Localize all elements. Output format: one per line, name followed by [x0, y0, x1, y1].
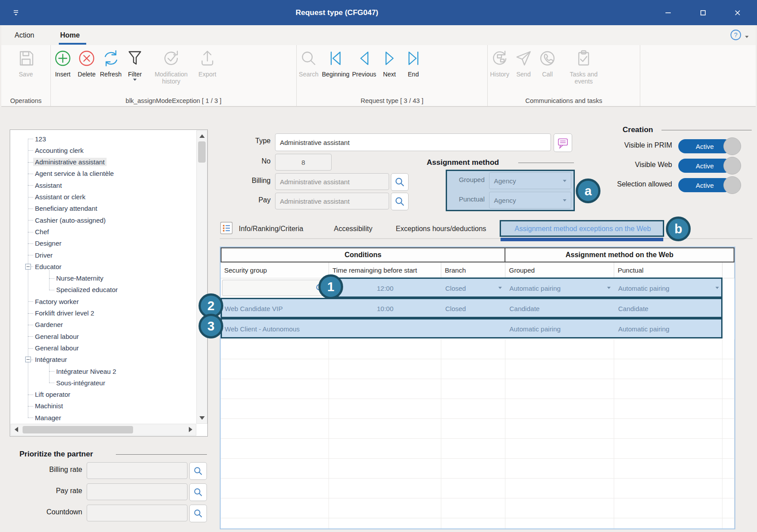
column-header-time-remainging-before-start[interactable]: Time remainging before start	[329, 262, 441, 278]
cell-security-group[interactable]: Web Client - Autonomous	[221, 319, 329, 338]
tree-item-manager[interactable]: Manager	[10, 412, 208, 423]
selection-allowed-toggle[interactable]: Active	[678, 178, 741, 193]
tree-item-123[interactable]: 123	[10, 133, 208, 144]
tree-item-lift-operator[interactable]: Lift operator	[10, 389, 208, 400]
tree-item-administrative-assistant[interactable]: Administrative assistant	[10, 156, 208, 168]
tree-horizontal-scrollbar[interactable]	[11, 424, 196, 436]
cell-extra[interactable]	[723, 319, 734, 338]
toggle-knob[interactable]	[723, 137, 741, 155]
tasks-and-events-button[interactable]: Tasks and events	[561, 48, 607, 85]
table-row[interactable]: Web Candidate VIP10:00ClosedCandidateCan…	[221, 299, 734, 318]
tree-item-chef[interactable]: Chef	[10, 226, 208, 237]
countdown-lookup-button[interactable]	[189, 505, 207, 522]
table-row[interactable]: 12:00ClosedAutomatic pairingAutomatic pa…	[221, 278, 734, 298]
tree-item-forklift-driver-level-2[interactable]: Forklift driver level 2	[10, 308, 208, 319]
visible-in-prim-toggle[interactable]: Active	[678, 139, 741, 154]
cell-time-remaining[interactable]: 12:00	[329, 278, 441, 298]
tab-assignment-method-exceptions-on-the-web[interactable]: Assignment method exceptions on the Web	[504, 221, 661, 237]
tree-item-accounting-clerk[interactable]: Accounting clerk	[10, 144, 208, 156]
search-button[interactable]: Search	[298, 48, 319, 78]
table-empty-row[interactable]	[221, 379, 734, 399]
send-button[interactable]: Send	[513, 48, 534, 78]
cell-punctual[interactable]: Automatic pairing	[614, 278, 723, 298]
tab-info-ranking-criteria[interactable]: Info/Ranking/Criteria	[239, 221, 303, 237]
scroll-left-icon[interactable]	[15, 427, 18, 432]
tab-home[interactable]: Home	[60, 29, 80, 42]
tree-item-factory-worker[interactable]: Factory worker	[10, 296, 208, 307]
tree-item-driver[interactable]: Driver	[10, 249, 208, 261]
cell-security-group[interactable]: Web Candidate VIP	[221, 299, 329, 318]
toggle-knob[interactable]	[723, 176, 741, 194]
table-empty-row[interactable]	[221, 459, 734, 479]
modification-history-button[interactable]: Modification history	[148, 48, 194, 85]
tab-accessibility[interactable]: Accessibility	[334, 221, 372, 237]
tab-action[interactable]: Action	[15, 29, 34, 42]
column-header-branch[interactable]: Branch	[441, 262, 505, 278]
scroll-right-icon[interactable]	[189, 427, 192, 432]
tree-item-assistant[interactable]: Assistant	[10, 179, 208, 191]
tree-item-educator[interactable]: Educator	[10, 261, 208, 272]
minimize-button[interactable]	[654, 0, 682, 25]
next-button[interactable]: Next	[379, 48, 400, 78]
cell-branch[interactable]: Closed	[441, 299, 505, 318]
table-empty-row[interactable]	[221, 359, 734, 379]
column-header-security-group[interactable]: Security group	[221, 262, 329, 278]
tree-item-assistant-or-clerk[interactable]: Assistant or clerk	[10, 191, 208, 203]
tab-exceptions-hours-deductions[interactable]: Exceptions hours/deductions	[396, 221, 486, 237]
tree-vertical-scrollbar[interactable]	[196, 130, 207, 424]
help-icon[interactable]: ?	[730, 29, 742, 42]
toggle-knob[interactable]	[723, 157, 741, 175]
cell-branch[interactable]	[441, 319, 505, 338]
previous-button[interactable]: Previous	[352, 48, 376, 78]
chevron-down-icon[interactable]	[745, 32, 749, 40]
history-button[interactable]: History	[489, 48, 510, 78]
table-empty-row[interactable]	[221, 419, 734, 439]
scrollbar-thumb[interactable]	[23, 426, 133, 433]
cell-extra[interactable]	[723, 278, 734, 298]
column-header-extra[interactable]	[723, 262, 734, 278]
cell-time-remaining[interactable]	[329, 319, 441, 338]
tree-item-gardener[interactable]: Gardener	[10, 319, 208, 331]
tree-item-agent-service-la-client-le[interactable]: Agent service à la clientèle	[10, 168, 208, 179]
tree-item-general-labour[interactable]: General labour	[10, 331, 208, 342]
type-input[interactable]: Administrative assistant	[275, 133, 551, 151]
tree-item-cashier-auto-assigned[interactable]: Cashier (auto-assigned)	[10, 214, 208, 226]
grouped-dropdown[interactable]: Agency	[489, 172, 571, 189]
table-row[interactable]: Web Client - AutonomousAutomatic pairing…	[221, 319, 734, 338]
tree-collapse-icon[interactable]	[25, 264, 31, 270]
cell-branch[interactable]: Closed	[441, 278, 505, 298]
billing-rate-lookup-button[interactable]	[189, 462, 207, 480]
table-empty-row[interactable]	[221, 479, 734, 498]
end-button[interactable]: End	[403, 48, 424, 78]
tree-item-machinist[interactable]: Machinist	[10, 400, 208, 412]
cell-grouped[interactable]: Candidate	[505, 299, 614, 318]
tree-collapse-icon[interactable]	[25, 357, 31, 362]
pay-rate-lookup-button[interactable]	[189, 483, 207, 501]
cell-punctual[interactable]: Automatic pairing	[614, 319, 723, 338]
cell-time-remaining[interactable]: 10:00	[329, 299, 441, 318]
tree-item-sous-int-grateur[interactable]: Sous-intégrateur	[10, 377, 208, 388]
beginning-button[interactable]: Beginning	[322, 48, 349, 78]
save-button[interactable]: Save	[15, 48, 37, 78]
table-empty-row[interactable]	[221, 339, 734, 359]
tree-item-int-grateur-niveau-2[interactable]: Intégrateur Niveau 2	[10, 365, 208, 377]
tree-item-beneficiary-attendant[interactable]: Beneficiary attendant	[10, 203, 208, 214]
list-tab-icon[interactable]	[220, 221, 233, 236]
security-group-edit-box[interactable]	[222, 280, 327, 296]
insert-button[interactable]: Insert	[52, 48, 73, 78]
column-header-punctual[interactable]: Punctual	[614, 262, 723, 278]
billing-rate-input[interactable]	[87, 462, 187, 479]
pay-lookup-button[interactable]	[391, 193, 409, 210]
table-empty-row[interactable]	[221, 518, 734, 529]
refresh-button[interactable]: Refresh	[100, 48, 122, 78]
comment-button[interactable]	[554, 133, 572, 152]
maximize-button[interactable]	[689, 0, 717, 25]
table-empty-row[interactable]	[221, 399, 734, 419]
call-button[interactable]: Call	[537, 48, 558, 78]
pay-rate-input[interactable]	[87, 483, 187, 500]
cell-extra[interactable]	[723, 299, 734, 318]
tree-item-designer[interactable]: Designer	[10, 238, 208, 249]
tree-item-int-grateur[interactable]: Intégrateur	[10, 354, 208, 365]
cell-grouped[interactable]: Automatic pairing	[505, 278, 614, 298]
column-header-grouped[interactable]: Grouped	[505, 262, 614, 278]
